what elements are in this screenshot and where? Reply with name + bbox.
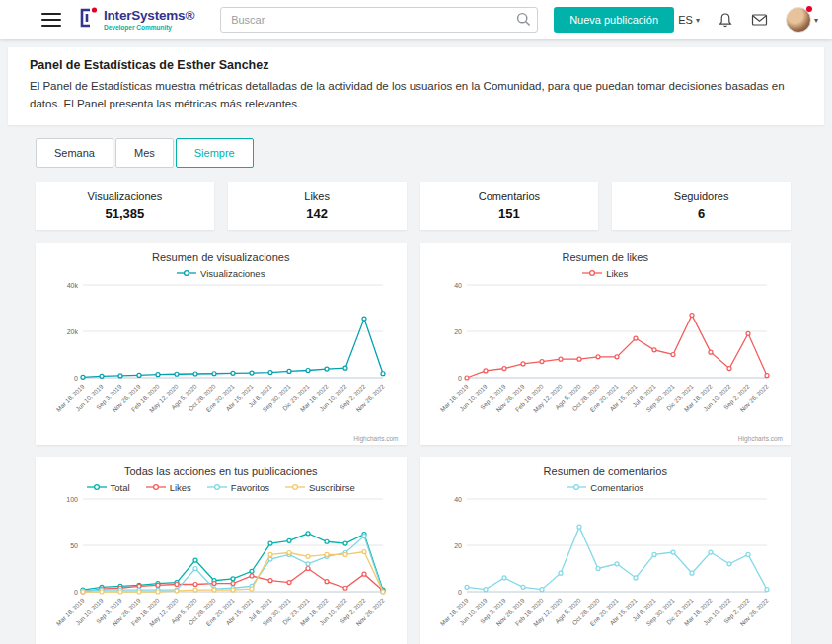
legend-marker-icon [146,483,166,491]
chart-svg: 02040Mar 18, 2019Jun 10, 2019Sep 3, 2019… [431,493,779,643]
stat-value: 6 [616,206,787,221]
legend-label: Comentarios [590,482,643,493]
legend-marker-icon [177,269,196,277]
intersystems-logo[interactable]: InterSystems® Developer Community [77,6,194,34]
chart-views: Resumen de visualizaciones Visualizacion… [36,243,407,445]
legend-item[interactable]: Suscribirse [285,482,355,493]
chart-legend: Comentarios [428,482,784,493]
search-icon[interactable] [516,12,531,31]
chart-title: Resumen de likes [428,251,784,263]
brand-name: InterSystems® [104,9,194,23]
stat-label: Seguidores [616,190,787,202]
chart-title: Todas las acciones en tus publicaciones [43,465,399,477]
legend-marker-icon [207,483,227,491]
stat-label: Visualizaciones [39,190,210,202]
legend-item[interactable]: Visualizaciones [177,268,265,279]
legend-marker-icon [285,483,305,491]
stat-card-seguidores: Seguidores 6 [612,182,791,230]
legend-label: Total [111,482,130,493]
brand-subtitle: Developer Community [104,25,194,32]
legend-item[interactable]: Total [87,482,130,493]
stat-label: Likes [232,190,403,202]
legend-label: Favoritos [231,482,269,493]
language-label: ES [678,14,693,26]
stat-value: 151 [424,206,595,221]
page-title: Panel de Estadísticas de Esther Sanchez [30,58,802,72]
chevron-down-icon: ▾ [696,16,700,25]
top-navigation-bar: InterSystems® Developer Community Nueva … [0,0,832,39]
svg-text:100: 100 [66,495,78,502]
svg-text:40k: 40k [66,281,78,288]
svg-text:20: 20 [454,327,462,334]
stat-card-comentarios: Comentarios 151 [420,182,599,230]
svg-text:0: 0 [74,588,78,595]
search-bar [220,7,538,33]
svg-text:40: 40 [454,495,462,502]
legend-label: Suscribirse [309,482,355,493]
tab-semana[interactable]: Semana [36,138,113,168]
chart-legend: TotalLikesFavoritosSuscribirse [43,482,399,493]
language-selector[interactable]: ES ▾ [678,14,700,26]
stat-card-likes: Likes 142 [228,182,407,230]
svg-text:0: 0 [458,588,462,595]
legend-marker-icon [87,483,107,491]
tab-siempre[interactable]: Siempre [176,138,254,168]
menu-icon[interactable] [41,13,61,27]
svg-text:20k: 20k [66,327,78,334]
svg-text:0: 0 [458,374,462,381]
legend-marker-icon [567,483,586,491]
chart-svg: 020k40kMar 18, 2019Jun 10, 2019Sep 3, 20… [47,279,395,429]
chart-svg: 02040Mar 18, 2019Jun 10, 2019Sep 3, 2019… [431,279,779,429]
highcharts-credit[interactable]: Highcharts.com [353,435,398,442]
intersystems-logo-mark-icon [77,6,99,34]
messages-envelope-icon[interactable] [751,13,768,27]
stat-value: 51,385 [39,206,210,221]
stat-label: Comentarios [424,190,595,202]
legend-label: Visualizaciones [200,268,265,279]
chart-comments: Resumen de comentarios Comentarios 02040… [420,457,792,644]
charts-grid: Resumen de visualizaciones Visualizacion… [36,243,791,644]
chart-legend: Visualizaciones [43,268,399,279]
search-input[interactable] [220,7,538,33]
legend-item[interactable]: Likes [582,268,628,279]
chevron-down-icon: ▾ [814,16,818,25]
chart-legend: Likes [428,268,784,279]
new-post-button[interactable]: Nueva publicación [554,7,674,33]
chart-title: Resumen de visualizaciones [43,251,399,263]
chart-likes: Resumen de likes Likes 02040Mar 18, 2019… [420,243,792,445]
legend-label: Likes [606,268,628,279]
svg-text:50: 50 [70,541,78,548]
svg-text:40: 40 [454,281,462,288]
svg-text:0: 0 [74,374,78,381]
chart-svg: 050100Mar 18, 2019Jun 10, 2019Sep 3, 201… [47,493,395,643]
legend-item[interactable]: Likes [146,482,191,493]
notification-dot [806,6,812,12]
legend-label: Likes [170,482,191,493]
chart-all-actions: Todas las acciones en tus publicaciones … [36,457,407,644]
page-description: El Panel de Estadísticas muestra métrica… [30,78,797,113]
highcharts-credit[interactable]: Highcharts.com [738,435,783,442]
svg-text:20: 20 [454,541,462,548]
legend-item[interactable]: Comentarios [567,482,643,493]
notifications-bell-icon[interactable] [718,12,733,29]
legend-marker-icon [582,269,602,277]
chart-title: Resumen de comentarios [428,465,784,477]
stat-card-visualizaciones: Visualizaciones 51,385 [36,182,214,230]
user-menu[interactable]: ▾ [786,7,818,33]
dashboard-header-panel: Panel de Estadísticas de Esther Sanchez … [8,47,824,125]
legend-item[interactable]: Favoritos [207,482,269,493]
period-tabs: Semana Mes Siempre [36,138,791,168]
stats-row: Visualizaciones 51,385 Likes 142 Comenta… [36,182,791,230]
stat-value: 142 [232,206,403,221]
tab-mes[interactable]: Mes [115,138,174,168]
